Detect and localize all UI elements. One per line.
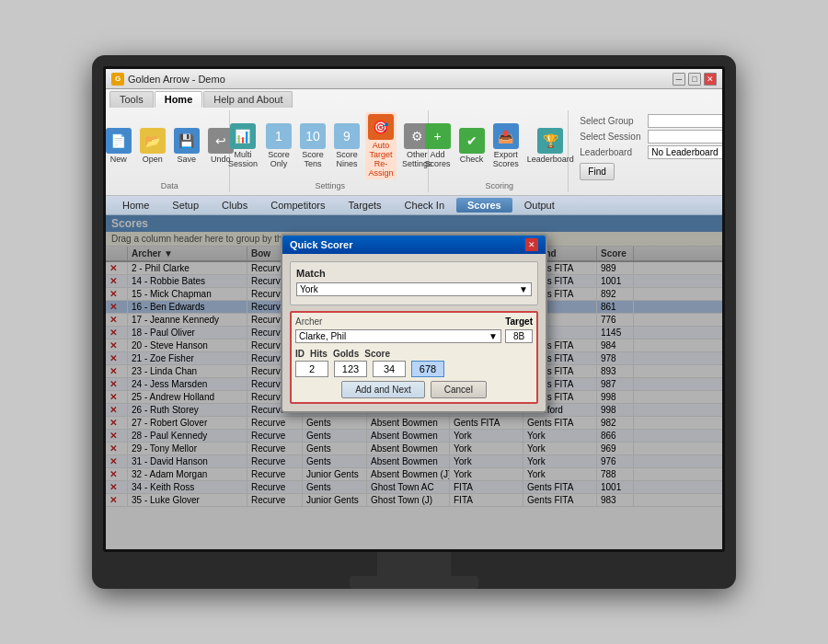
modal-close-button[interactable]: ✕: [525, 238, 538, 251]
hits-input[interactable]: [334, 361, 367, 377]
select-group-dropdown[interactable]: ▼: [648, 114, 725, 128]
score-tens-label: ScoreTens: [302, 150, 324, 168]
check-label: Check: [460, 155, 484, 164]
score-nines-icon: 9: [334, 123, 360, 149]
id-input[interactable]: [295, 361, 328, 377]
target-header-label: Target: [505, 316, 533, 327]
monitor: G Golden Arrow - Demo ─ □ ✕ Tools Home H…: [92, 55, 736, 589]
score-col-header: Score: [364, 349, 390, 361]
settings-buttons: 📊 MultiSession 1 ScoreOnly 10 ScoreTens: [225, 112, 435, 179]
nav-check-in[interactable]: Check In: [394, 198, 455, 213]
score-input[interactable]: [411, 361, 444, 377]
auto-target-button[interactable]: 🎯 Auto TargetRe-Assign: [365, 112, 397, 179]
add-scores-label: AddScores: [425, 150, 451, 168]
monitor-stand: [377, 552, 451, 589]
score-tens-button[interactable]: 10 ScoreTens: [297, 121, 328, 170]
score-nines-button[interactable]: 9 ScoreNines: [331, 121, 362, 170]
export-scores-button[interactable]: 📤 ExportScores: [490, 121, 522, 170]
ribbon-content: 📄 New 📂 Open 💾 Save ↩: [106, 108, 722, 195]
multi-session-label: MultiSession: [228, 150, 258, 168]
select-session-dropdown[interactable]: ▼: [648, 130, 725, 144]
app-icon: G: [111, 73, 124, 86]
modal-title-bar: Quick Scorer ✕: [282, 236, 546, 254]
check-button[interactable]: ✔ Check: [456, 126, 488, 166]
nav-competitors[interactable]: Competitors: [259, 198, 336, 213]
ribbon: Tools Home Help and About 📄 New 📂 Open: [106, 89, 722, 196]
maximize-button[interactable]: □: [688, 73, 701, 86]
multi-session-button[interactable]: 📊 MultiSession: [225, 121, 260, 170]
add-next-button[interactable]: Add and Next: [341, 381, 425, 398]
select-session-label: Select Session: [580, 132, 644, 142]
window-title: Golden Arrow - Demo: [128, 74, 673, 85]
nav-home[interactable]: Home: [111, 198, 160, 213]
select-session-row: Select Session ▼: [580, 130, 725, 144]
tab-home[interactable]: Home: [155, 91, 203, 108]
modal-action-buttons: Add and Next Cancel: [295, 381, 533, 398]
auto-target-icon: 🎯: [368, 114, 394, 140]
data-group-label: Data: [161, 181, 178, 190]
window-controls: ─ □ ✕: [673, 73, 717, 86]
nav-scores[interactable]: Scores: [456, 198, 512, 213]
nav-output[interactable]: Output: [513, 198, 566, 213]
multi-session-icon: 📊: [230, 123, 256, 149]
save-label: Save: [177, 155, 196, 164]
leaderboard-button[interactable]: 🏆 Leaderboard: [524, 126, 577, 166]
golds-col-input: [373, 361, 406, 377]
score-only-label: ScoreOnly: [268, 150, 290, 168]
settings-group-label: Settings: [315, 181, 345, 190]
title-bar: G Golden Arrow - Demo ─ □ ✕: [106, 69, 722, 89]
match-label: Match: [296, 268, 532, 279]
save-button[interactable]: 💾 Save: [171, 126, 202, 166]
nav-targets[interactable]: Targets: [338, 198, 393, 213]
ribbon-group-settings: 📊 MultiSession 1 ScoreOnly 10 ScoreTens: [232, 110, 429, 192]
score-only-button[interactable]: 1 ScoreOnly: [263, 121, 294, 170]
new-button[interactable]: 📄 New: [103, 126, 134, 166]
score-only-icon: 1: [266, 123, 292, 149]
tab-tools[interactable]: Tools: [109, 91, 154, 108]
data-buttons: 📄 New 📂 Open 💾 Save ↩: [103, 112, 236, 179]
golds-input[interactable]: [373, 361, 406, 377]
match-select[interactable]: York▼: [296, 282, 532, 296]
open-button[interactable]: 📂 Open: [137, 126, 168, 166]
nav-clubs[interactable]: Clubs: [211, 198, 259, 213]
archer-target-row: Clarke, Phil▼ 8B: [295, 329, 533, 343]
save-icon: 💾: [174, 128, 200, 154]
cancel-button[interactable]: Cancel: [431, 381, 487, 398]
select-group-label: Select Group: [580, 116, 644, 126]
nav-setup[interactable]: Setup: [161, 198, 210, 213]
quick-scorer-modal: Quick Scorer ✕ Match York▼: [281, 234, 547, 413]
ribbon-tabs: Tools Home Help and About: [106, 89, 722, 108]
screen: G Golden Arrow - Demo ─ □ ✕ Tools Home H…: [103, 66, 725, 552]
ribbon-group-data: 📄 New 📂 Open 💾 Save ↩: [109, 110, 230, 192]
match-row: York▼: [296, 282, 532, 296]
leaderboard-dropdown[interactable]: No Leaderboard▼: [648, 145, 725, 159]
leaderboard-icon: 🏆: [537, 128, 563, 154]
open-icon: 📂: [140, 128, 166, 154]
check-icon: ✔: [459, 128, 485, 154]
hits-col-header: Hits: [310, 349, 328, 361]
id-col-header: ID: [295, 349, 305, 361]
close-button[interactable]: ✕: [704, 73, 717, 86]
modal-title: Quick Scorer: [290, 239, 352, 250]
leaderboard-label: Leaderboard: [527, 155, 574, 164]
open-label: Open: [143, 155, 163, 164]
target-input[interactable]: 8B: [505, 329, 533, 343]
score-headers: ID Hits Golds Score: [295, 349, 533, 361]
match-section: Match York▼: [290, 261, 538, 305]
score-col-input-wrap: [411, 361, 444, 377]
leaderboard-select-label: Leaderboard: [580, 147, 644, 157]
add-scores-icon: +: [425, 123, 451, 149]
archer-select[interactable]: Clarke, Phil▼: [295, 329, 501, 343]
minimize-button[interactable]: ─: [673, 73, 685, 86]
add-scores-button[interactable]: + AddScores: [422, 121, 454, 170]
golds-col-header: Golds: [333, 349, 359, 361]
tab-help[interactable]: Help and About: [203, 91, 293, 108]
archer-target-header: Archer Target: [295, 316, 533, 327]
export-scores-icon: 📤: [493, 123, 519, 149]
select-group-row: Select Group ▼: [580, 114, 725, 128]
score-tens-icon: 10: [300, 123, 326, 149]
find-button[interactable]: Find: [580, 163, 614, 180]
new-icon: 📄: [106, 128, 132, 154]
modal-body: Match York▼ Archer: [282, 254, 546, 411]
archer-header-label: Archer: [295, 316, 351, 327]
